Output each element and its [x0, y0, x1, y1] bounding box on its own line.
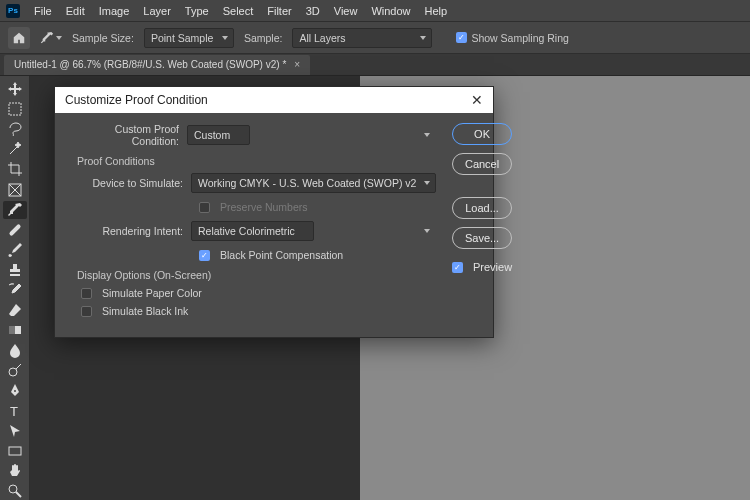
simulate-paper-checkbox[interactable]	[81, 288, 92, 299]
svg-point-5	[9, 368, 17, 376]
pen-icon	[7, 382, 23, 398]
pen-tool[interactable]	[3, 381, 27, 399]
preview-label: Preview	[473, 261, 512, 273]
zoom-icon	[7, 483, 23, 499]
document-tab[interactable]: Untitled-1 @ 66.7% (RGB/8#/U.S. Web Coat…	[4, 55, 310, 75]
wand-tool[interactable]	[3, 140, 27, 158]
zoom-tool[interactable]	[3, 482, 27, 500]
customize-proof-condition-dialog: Customize Proof Condition ✕ Custom Proof…	[54, 86, 494, 338]
menu-item[interactable]: Select	[223, 5, 254, 17]
marquee-tool[interactable]	[3, 100, 27, 118]
sample-label: Sample:	[244, 32, 283, 44]
hand-tool[interactable]	[3, 462, 27, 480]
chevron-down-icon	[56, 36, 62, 40]
eyedropper-icon	[40, 30, 54, 46]
document-tab-title: Untitled-1 @ 66.7% (RGB/8#/U.S. Web Coat…	[14, 59, 286, 70]
menu-item[interactable]: File	[34, 5, 52, 17]
home-button[interactable]	[8, 27, 30, 49]
options-bar: Sample Size: Point Sample Sample: All La…	[0, 22, 750, 54]
stamp-icon	[7, 262, 23, 278]
app-logo: Ps	[6, 4, 20, 18]
custom-proof-condition-select[interactable]: Custom	[187, 125, 436, 145]
show-sampling-ring-label: Show Sampling Ring	[471, 32, 568, 44]
frame-tool[interactable]	[3, 180, 27, 198]
proof-conditions-header: Proof Conditions	[77, 155, 436, 167]
menu-item[interactable]: Type	[185, 5, 209, 17]
menu-item[interactable]: Layer	[143, 5, 171, 17]
type-tool[interactable]: T	[3, 402, 27, 420]
dodge-icon	[7, 362, 23, 378]
svg-point-8	[9, 485, 17, 493]
preview-checkbox[interactable]: ✓ Preview	[452, 261, 512, 273]
eyedropper-icon	[7, 202, 23, 218]
svg-rect-7	[9, 447, 21, 455]
lasso-tool[interactable]	[3, 120, 27, 138]
dialog-titlebar[interactable]: Customize Proof Condition ✕	[55, 87, 493, 113]
path-icon	[7, 423, 23, 439]
stamp-tool[interactable]	[3, 261, 27, 279]
brush-tool[interactable]	[3, 241, 27, 259]
check-icon: ✓	[456, 32, 467, 43]
path-tool[interactable]	[3, 422, 27, 440]
custom-proof-condition-label: Custom Proof Condition:	[67, 123, 179, 147]
wand-icon	[7, 141, 23, 157]
brush-icon	[7, 242, 23, 258]
cancel-button[interactable]: Cancel	[452, 153, 512, 175]
home-icon	[12, 31, 26, 45]
svg-text:T: T	[10, 404, 18, 419]
ok-button[interactable]: OK	[452, 123, 512, 145]
move-icon	[7, 81, 23, 97]
menu-item[interactable]: 3D	[306, 5, 320, 17]
tool-indicator[interactable]	[40, 27, 62, 49]
rendering-intent-label: Rendering Intent:	[77, 225, 183, 237]
close-icon[interactable]: ✕	[471, 92, 483, 108]
eyedropper-tool[interactable]	[3, 201, 27, 219]
device-to-simulate-select[interactable]: Working CMYK - U.S. Web Coated (SWOP) v2	[191, 173, 436, 193]
blur-tool[interactable]	[3, 341, 27, 359]
display-options-header: Display Options (On-Screen)	[77, 269, 436, 281]
dodge-tool[interactable]	[3, 361, 27, 379]
move-tool[interactable]	[3, 80, 27, 98]
gradient-icon	[7, 322, 23, 338]
simulate-paper-label: Simulate Paper Color	[102, 287, 202, 299]
check-icon: ✓	[452, 262, 463, 273]
eraser-icon	[7, 302, 23, 318]
bandage-icon	[7, 222, 23, 238]
marquee-icon	[7, 101, 23, 117]
sample-size-label: Sample Size:	[72, 32, 134, 44]
history-brush-icon	[7, 282, 23, 298]
save-button[interactable]: Save...	[452, 227, 512, 249]
tools-panel: T	[0, 76, 30, 500]
shape-tool[interactable]	[3, 442, 27, 460]
menu-item[interactable]: Image	[99, 5, 130, 17]
history-brush-tool[interactable]	[3, 281, 27, 299]
menu-item[interactable]: Filter	[267, 5, 291, 17]
menu-item[interactable]: Window	[371, 5, 410, 17]
show-sampling-ring-checkbox[interactable]: ✓ Show Sampling Ring	[456, 32, 568, 44]
simulate-ink-label: Simulate Black Ink	[102, 305, 188, 317]
black-point-checkbox[interactable]: ✓	[199, 250, 210, 261]
rendering-intent-select[interactable]: Relative Colorimetric	[191, 221, 436, 241]
close-icon[interactable]: ×	[294, 59, 300, 70]
menu-item[interactable]: View	[334, 5, 358, 17]
sample-size-select[interactable]: Point Sample	[144, 28, 234, 48]
svg-rect-4	[9, 326, 15, 334]
simulate-ink-checkbox[interactable]	[81, 306, 92, 317]
menu-item[interactable]: Edit	[66, 5, 85, 17]
frame-icon	[7, 182, 23, 198]
load-button[interactable]: Load...	[452, 197, 512, 219]
drop-icon	[7, 342, 23, 358]
black-point-label: Black Point Compensation	[220, 249, 343, 261]
dialog-title: Customize Proof Condition	[65, 93, 208, 107]
device-to-simulate-label: Device to Simulate:	[77, 177, 183, 189]
gradient-tool[interactable]	[3, 321, 27, 339]
sample-select[interactable]: All Layers	[292, 28, 432, 48]
crop-tool[interactable]	[3, 160, 27, 178]
menu-item[interactable]: Help	[425, 5, 448, 17]
svg-rect-2	[8, 223, 21, 236]
eraser-tool[interactable]	[3, 301, 27, 319]
heal-tool[interactable]	[3, 221, 27, 239]
preserve-numbers-label: Preserve Numbers	[220, 201, 308, 213]
crop-icon	[7, 161, 23, 177]
rectangle-icon	[7, 443, 23, 459]
